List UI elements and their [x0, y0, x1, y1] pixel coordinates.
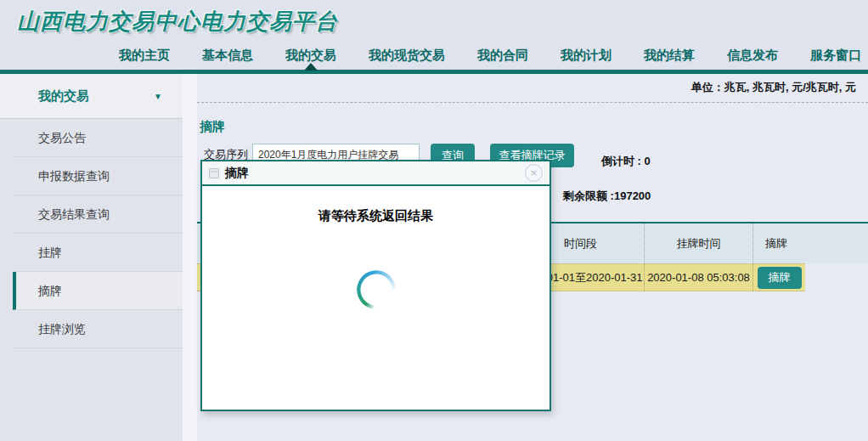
modal-titlebar[interactable]: 摘牌 × [202, 161, 550, 186]
sidebar-item-3[interactable]: 挂牌 [13, 234, 183, 272]
table-header-listing-time: 挂牌时间 [644, 223, 752, 263]
delist-modal: 摘牌 × 请等待系统返回结果 [200, 160, 551, 411]
nav-item-5[interactable]: 我的计划 [561, 48, 612, 64]
modal-message: 请等待系统返回结果 [202, 208, 550, 224]
units-bar: 单位：兆瓦, 兆瓦时, 元/兆瓦时, 元 [197, 74, 868, 103]
sidebar-item-5[interactable]: 挂牌浏览 [13, 310, 183, 348]
page-title: 摘牌 [200, 119, 225, 135]
countdown-value: 0 [645, 155, 651, 167]
row-cell-listing-time: 2020-01-08 05:03:08 [644, 264, 752, 291]
application-window: 山西电力交易中心电力交易平台 我的主页基本信息我的交易我的现货交易我的合同我的计… [0, 0, 868, 441]
nav-item-6[interactable]: 我的结算 [644, 48, 695, 64]
row-cell-action: 摘牌 [752, 264, 805, 291]
sidebar-item-1[interactable]: 申报数据查询 [13, 157, 183, 195]
nav-item-0[interactable]: 我的主页 [119, 48, 170, 64]
nav-item-1[interactable]: 基本信息 [202, 48, 253, 64]
sidebar-group-header[interactable]: 我的交易 ▼ [0, 74, 183, 119]
sidebar-item-4[interactable]: 摘牌 [13, 272, 183, 310]
sidebar-menu: 交易公告申报数据查询交易结果查询挂牌摘牌挂牌浏览 [0, 119, 183, 348]
close-icon[interactable]: × [525, 164, 543, 182]
nav-item-4[interactable]: 我的合同 [477, 48, 528, 64]
countdown: 倒计时 : 0 [601, 154, 651, 169]
nav-item-2[interactable]: 我的交易 [285, 48, 336, 64]
sidebar-divider [183, 74, 197, 441]
sidebar-item-2[interactable]: 交易结果查询 [13, 195, 183, 234]
nav-item-3[interactable]: 我的现货交易 [369, 48, 445, 64]
remaining-quota: 剩余限额 :197200 [563, 189, 651, 204]
quota-value: 197200 [614, 189, 651, 202]
top-navigation: 我的主页基本信息我的交易我的现货交易我的合同我的计划我的结算信息发布服务窗口 [0, 41, 868, 70]
modal-title: 摘牌 [225, 166, 249, 181]
dialog-icon [209, 168, 219, 178]
chevron-down-icon: ▼ [154, 92, 162, 101]
delist-row-button[interactable]: 摘牌 [758, 267, 802, 289]
nav-active-indicator [304, 63, 318, 71]
nav-item-7[interactable]: 信息发布 [727, 48, 778, 64]
nav-item-8[interactable]: 服务窗口 [810, 48, 861, 64]
platform-title: 山西电力交易中心电力交易平台 [17, 7, 338, 37]
sidebar-group-title: 我的交易 [38, 88, 89, 105]
loading-spinner-icon [357, 270, 396, 309]
sidebar: 我的交易 ▼ 交易公告申报数据查询交易结果查询挂牌摘牌挂牌浏览 [0, 74, 183, 441]
sidebar-item-0[interactable]: 交易公告 [13, 119, 183, 157]
table-header-action: 摘牌 [752, 223, 868, 263]
